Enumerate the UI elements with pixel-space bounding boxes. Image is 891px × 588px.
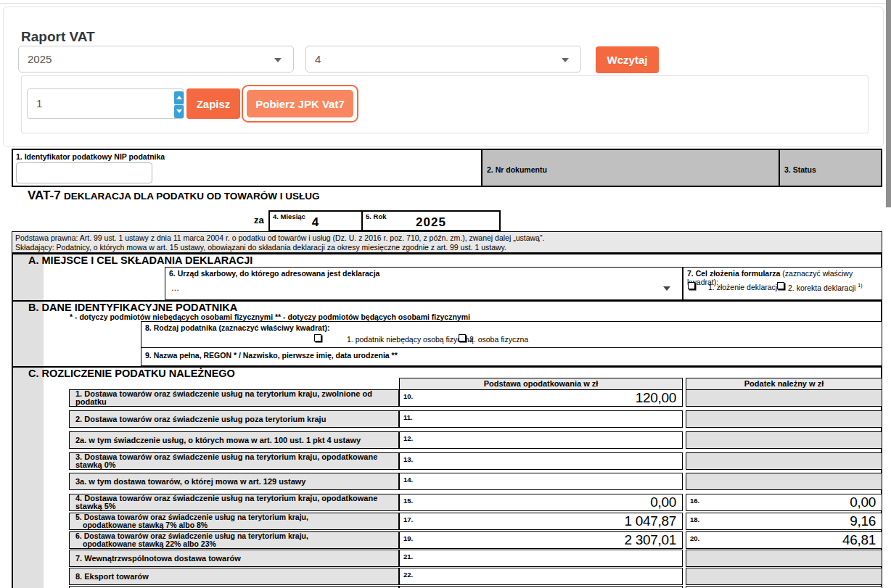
tax-amount-cell[interactable]: 18.9,16 [686, 513, 882, 530]
purpose-option2-checkbox[interactable] [777, 282, 784, 289]
nip-input[interactable] [16, 162, 152, 183]
section-c-header: C. ROZLICZENIE PODATKU NALEŻNEGO [28, 368, 235, 379]
base-amount-cell[interactable]: 10.120,00 [399, 389, 683, 407]
base-amount-cell[interactable]: 12. [399, 431, 683, 449]
row-label: 3a. w tym dostawa towarów, o której mowa… [69, 473, 399, 490]
taxpayer-option1-checkbox[interactable] [314, 334, 321, 341]
taxpayer-option1-label: 1. podatnik niebędący osobą fizyczną [347, 335, 474, 344]
download-jpk-button[interactable]: Pobierz JPK Vat7 [247, 90, 353, 117]
row-number-input[interactable]: 1 [27, 88, 184, 119]
top-divider [0, 3, 886, 4]
base-amount-cell[interactable]: 11. [399, 410, 683, 428]
status-label: 3. Status [784, 165, 816, 174]
chevron-down-icon [562, 58, 569, 62]
row-label: 6. Dostawa towarów oraz świadczenie usłu… [69, 531, 399, 549]
row-label: 2a. w tym świadczenie usług, o których m… [69, 431, 399, 449]
taxpayer-option2-label: 2. osoba fizyczna [469, 335, 528, 344]
section-b-header: B. DANE IDENTYFIKACYJNE PODATNIKA [28, 302, 237, 313]
year-select-value: 2025 [28, 53, 52, 65]
tax-amount-cell-disabled [686, 473, 882, 490]
base-amount-cell[interactable]: 19.2 307,01 [399, 531, 683, 549]
period-box: 4. Miesiąc 4 5. Rok 2025 [268, 210, 501, 231]
row-label: 1. Dostawa towarów oraz świadczenie usłu… [69, 389, 399, 407]
doc-number-label: 2. Nr dokumentu [487, 165, 547, 174]
page-title: Raport VAT [21, 29, 95, 45]
tax-amount-cell-disabled [686, 431, 882, 449]
month-select-value: 4 [315, 53, 321, 65]
za-label: za [254, 215, 264, 225]
base-amount-cell[interactable]: 21. [399, 550, 683, 567]
tax-amount-cell-disabled [686, 568, 882, 585]
form-title-text: DEKLARACJA DLA PODATKU OD TOWARÓW I USŁU… [64, 191, 320, 202]
col2-header: Podatek należny w zł [686, 378, 882, 390]
stepper-down-button[interactable] [174, 105, 184, 118]
purpose-option1-checkbox[interactable] [688, 282, 695, 289]
download-jpk-button-focus-ring: Pobierz JPK Vat7 [242, 85, 358, 123]
base-amount-cell[interactable]: 22. [399, 568, 683, 585]
base-amount-cell[interactable]: 13. [399, 452, 683, 470]
vat-report-page: Raport VAT 2025 4 Wczytaj 1 Zapisz Pobie… [0, 0, 891, 588]
form-title: VAT-7 DEKLARACJA DLA PODATKU OD TOWARÓW … [28, 189, 320, 203]
base-amount-cell[interactable]: 14. [399, 473, 683, 490]
taxpayer-type-label: 8. Rodzaj podatnika (zaznaczyć właściwy … [145, 323, 329, 332]
report-panel: Raport VAT 2025 4 Wczytaj 1 Zapisz Pobie… [3, 7, 884, 147]
legal-line-1: Podstawa prawna: Art. 99 ust. 1 ustawy z… [15, 233, 882, 243]
form-header-row: 1. Identyfikator podatkowy NIP podatnika… [12, 149, 882, 187]
tax-amount-cell[interactable]: 20.46,81 [686, 531, 882, 549]
purpose-option2-label: 2. korekta deklaracji 1) [788, 283, 863, 292]
tax-amount-cell-disabled [686, 410, 882, 428]
status-cell: 3. Status [779, 150, 881, 186]
nip-label: 1. Identyfikator podatkowy NIP podatnika [16, 152, 165, 161]
month-cell: 4. Miesiąc 4 [270, 212, 363, 230]
row-label: 3. Dostawa towarów oraz świadczenie usłu… [69, 452, 399, 470]
col1-header: Podstawa opodatkowania w zł [399, 378, 683, 390]
form-code: VAT-7 [28, 189, 61, 202]
tax-amount-cell-disabled [686, 550, 882, 567]
chevron-up-icon [176, 96, 182, 99]
chevron-down-icon [274, 58, 282, 62]
save-button[interactable]: Zapisz [186, 88, 240, 119]
base-amount-cell[interactable]: 15.0,00 [399, 494, 683, 511]
tax-amount-cell[interactable]: 16.0,00 [686, 494, 882, 511]
purpose-cell: 7. Cel złożenia formularza (zaznaczyć wł… [683, 267, 882, 300]
legal-line-2: Składający: Podatnicy, o których mowa w … [15, 243, 882, 252]
year-cell: 5. Rok 2025 [363, 212, 499, 230]
tax-amount-cell-disabled [686, 389, 882, 407]
row-label: 8. Eksport towarów [69, 568, 399, 585]
tax-amount-cell-disabled [686, 452, 882, 470]
row-label: 7. Wewnątrzwspólnotowa dostawa towarów [69, 550, 399, 567]
month-value: 4 [270, 215, 361, 230]
chevron-down-icon [176, 109, 182, 113]
row-label: 4. Dostawa towarów oraz świadczenie usłu… [69, 494, 399, 511]
tax-office-select[interactable] [165, 268, 682, 299]
month-select[interactable]: 4 [305, 46, 581, 73]
year-select[interactable]: 2025 [18, 46, 294, 73]
doc-number-cell: 2. Nr dokumentu [481, 150, 779, 186]
vertical-scrollbar[interactable] [886, 0, 891, 207]
taxpayer-option2-checkbox[interactable] [459, 334, 466, 341]
stepper-up-button[interactable] [174, 91, 184, 104]
purpose-option1-label: 1. złożenie deklaracji [708, 283, 779, 291]
taxpayer-type-cell: 8. Rodzaj podatnika (zaznaczyć właściwy … [141, 321, 882, 348]
load-button[interactable]: Wczytaj [596, 46, 659, 73]
section-a-header: A. MIEJSCE I CEL SKŁADANIA DEKLARACJI [28, 254, 252, 266]
legal-basis: Podstawa prawna: Art. 99 ust. 1 ustawy z… [12, 231, 882, 253]
row-label: 2. Dostawa towarów oraz świadczenie usłu… [69, 410, 399, 428]
section-b-note: * - dotyczy podmiotów niebędących osobam… [70, 312, 470, 321]
row-number-value: 1 [36, 97, 42, 109]
tax-office-cell: 6. Urząd skarbowy, do którego adresowana… [165, 267, 683, 300]
full-name-cell[interactable]: 9. Nazwa pełna, REGON * / Nazwisko, pier… [141, 347, 882, 366]
base-amount-cell[interactable]: 17.1 047,87 [399, 513, 683, 530]
full-name-label: 9. Nazwa pełna, REGON * / Nazwisko, pier… [145, 351, 398, 360]
year-value: 2025 [363, 215, 499, 230]
row-label: 5. Dostawa towarów oraz świadczenie usłu… [69, 513, 399, 530]
